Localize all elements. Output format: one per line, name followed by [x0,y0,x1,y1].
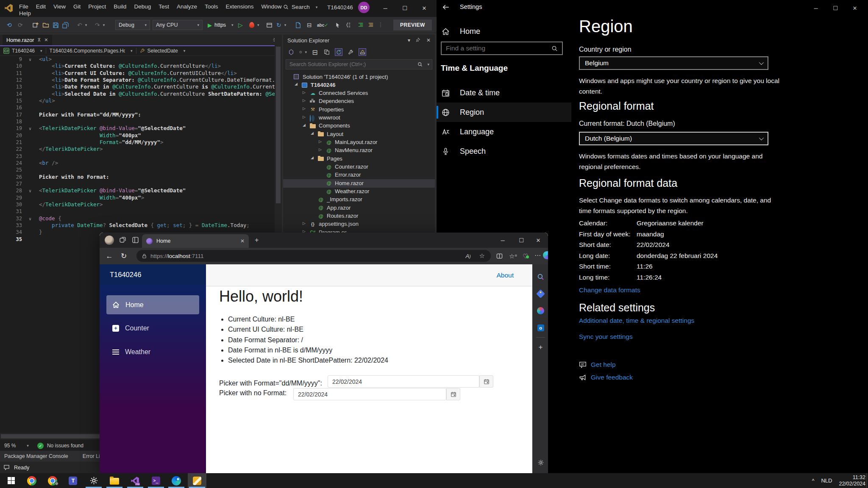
menu-edit[interactable]: Edit [32,3,50,10]
taskbar-start-button[interactable] [2,473,20,488]
code-line[interactable]: 30</TelerikDatePicker> [0,201,282,208]
breadcrumb-member-dropdown[interactable]: SelectedDate▾ [136,46,189,55]
workspaces-icon[interactable] [119,236,126,244]
solution-configuration-dropdown[interactable]: Debug▾ [115,20,150,30]
tree-item-weather-razor[interactable]: @Weather.razor [283,188,435,196]
more-options-icon[interactable]: ⋯ [534,252,541,259]
code-line[interactable]: 31 [0,208,282,215]
browser-close-button[interactable]: ✕ [529,233,548,248]
avatar[interactable]: DD [358,2,370,13]
code-line[interactable]: 22</TelerikDatePicker> [0,146,282,152]
code-line[interactable]: 14 <li>Selected Date in @CultureInfo.Cur… [0,91,282,97]
tree-item-navmenu-razor[interactable]: ▷@NavMenu.razor [283,147,435,155]
address-bar[interactable]: https://localhost:7111 A) ☆ [136,250,491,262]
settings-search-box[interactable] [441,42,563,55]
collapsed-arrow-icon[interactable]: ▷ [303,115,306,119]
tab-home-razor[interactable]: Home.razor ⊼ ✕ [3,35,52,45]
close-icon[interactable]: ✕ [426,37,431,43]
taskbar-clock[interactable]: 11:32 22/02/2024 [839,474,865,487]
menu-test[interactable]: Test [155,3,173,10]
settings-search-input[interactable] [442,44,551,52]
pointer-icon[interactable] [335,20,341,30]
settings-gear-icon[interactable] [537,458,545,466]
code-line[interactable]: 19∨<TelerikDatePicker @bind-Value="@Sele… [0,125,282,132]
fold-marker-icon[interactable]: ∨ [29,216,31,222]
solution-explorer-search-input[interactable] [286,61,417,67]
shopping-icon[interactable] [537,290,545,298]
tree-item-error-razor[interactable]: @Error.razor [283,171,435,179]
taskbar-edge-button[interactable] [167,473,186,488]
code-line[interactable]: 29 Width="400px"> [0,194,282,201]
outdent-icon[interactable] [368,20,374,30]
collapsed-arrow-icon[interactable]: ▷ [319,139,322,144]
new-file-icon[interactable] [295,20,301,30]
show-hidden-icons-chevron[interactable]: ^ [812,478,815,484]
tree-item-properties[interactable]: ▷⚒Properties [283,105,435,114]
read-aloud-icon[interactable]: A) [466,253,471,259]
panel-tab-package-manager-console[interactable]: Package Manager Console [4,453,68,459]
taskbar-file-explorer-button[interactable] [105,473,124,488]
code-line[interactable]: 33 private DateTime? SelectedDate { get;… [0,222,282,229]
menu-extensions[interactable]: Extensions [222,3,258,10]
taskbar-settings-button[interactable] [84,473,103,488]
tree-item-dependencies[interactable]: ▷Dependencies [283,97,435,105]
tree-item-layout[interactable]: ◢Layout [283,130,435,138]
browser-essentials-icon[interactable]: ♡ [523,252,528,260]
app-brand[interactable]: T1640246 [100,264,206,285]
datepicker-format-input[interactable]: 22/02/2024 [328,375,479,388]
navigate-forward-icon[interactable]: ⟳ [18,20,23,30]
settings-maximize-button[interactable]: ☐ [826,0,845,16]
pin-icon[interactable] [415,37,420,42]
menu-debug[interactable]: Debug [130,3,155,10]
restart-icon[interactable]: ↻▾ [276,20,286,30]
code-line[interactable]: 25 [0,166,282,173]
expanded-arrow-icon[interactable]: ◢ [311,155,314,160]
tree-item-home-razor[interactable]: @Home.razor [283,179,435,187]
tree-item-appsettings-json[interactable]: ▷{}appsettings.json [283,220,435,228]
code-line[interactable]: 11 <li>Current UI Culture: @CultureInfo.… [0,70,282,77]
code-line[interactable]: 21 Format="dd/MM/yyyy"> [0,139,282,146]
browser-tab-home[interactable]: Home ✕ [142,234,249,248]
properties-wrench-icon[interactable] [347,48,354,56]
collections-icon[interactable]: ☆≡ [509,252,517,260]
search-icon[interactable] [537,273,545,281]
code-line[interactable]: 27 [0,180,282,187]
collapsed-arrow-icon[interactable]: ▷ [303,98,306,103]
code-lines[interactable]: 9∨<ul>10 <li>Current Culture: @CultureIn… [0,56,282,243]
sidebar-item-language[interactable]: Language [437,122,571,141]
tab-actions-icon[interactable] [132,236,139,244]
collapsed-arrow-icon[interactable]: ▷ [303,106,306,111]
issues-status[interactable]: No issues found [47,443,83,449]
back-arrow-icon[interactable] [442,3,450,11]
code-line[interactable]: 15</ul> [0,97,282,104]
menu-window[interactable]: Window [258,3,286,10]
menu-git[interactable]: Git [70,3,84,10]
code-line[interactable]: 24<br /> [0,160,282,166]
menu-help[interactable]: Help [15,10,35,17]
tree-item-counter-razor[interactable]: @Counter.razor [283,163,435,171]
expanded-arrow-icon[interactable]: ◢ [303,123,306,127]
solution-platform-dropdown[interactable]: Any CPU▾ [153,20,203,30]
vs-search[interactable]: Search ▾ [283,4,317,10]
pin-icon[interactable]: ⊼ [37,37,41,43]
taskbar-chrome-button[interactable] [22,473,41,488]
sidebar-item-home[interactable]: Home [437,23,571,39]
help-link-give-feedback[interactable]: Give feedback [579,374,633,381]
collapsed-arrow-icon[interactable]: ▷ [303,221,306,225]
fold-marker-icon[interactable]: ∨ [29,125,31,132]
code-line[interactable]: 17Picker with Format="dd/MM/yyyy": [0,111,282,118]
change-data-formats-link[interactable]: Change data formats [579,286,640,294]
taskbar-visual-studio-button[interactable]: PRE [126,473,145,488]
calendar-icon[interactable] [479,375,493,388]
start-debugging-button[interactable]: ▶ https ▾ [208,20,234,30]
tree-item-solution-t1640246-1-of-1-project-[interactable]: Solution 'T1640246' (1 of 1 project) [283,73,435,81]
settings-close-button[interactable]: ✕ [845,0,865,16]
menu-view[interactable]: View [50,3,70,10]
code-line[interactable]: 18 [0,118,282,125]
tree-item-components[interactable]: ◢Components [283,122,435,130]
save-all-icon[interactable] [62,20,69,30]
tree-item-pages[interactable]: ◢Pages [283,155,435,163]
about-link[interactable]: About [496,272,514,279]
chevron-down-icon[interactable]: ▾ [408,37,410,43]
code-line[interactable]: 28∨<TelerikDatePicker @bind-Value="@Sele… [0,187,282,194]
